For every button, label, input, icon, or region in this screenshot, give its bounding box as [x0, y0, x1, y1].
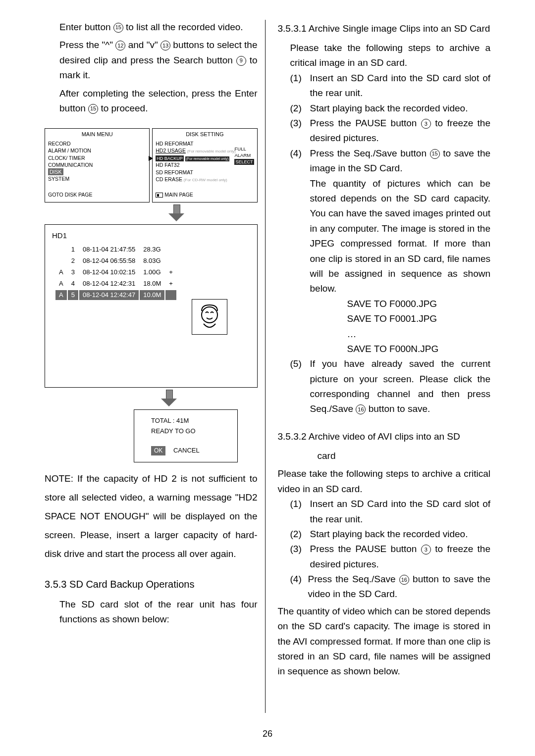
button-13-icon: 13: [160, 41, 170, 50]
text: to proceed.: [101, 103, 148, 113]
button-15-icon: 15: [88, 104, 98, 114]
step-text: Press the PAUSE button 3 to freeze the d…: [310, 542, 491, 572]
tail-para: The quantity of video which can be store…: [278, 604, 491, 679]
step-2: (2) Start playing back the recorded vide…: [290, 101, 491, 116]
ready-label: READY TO GO: [151, 426, 230, 437]
menu-title: MAIN MENU: [48, 131, 146, 138]
step2-3: (3) Press the PAUSE button 3 to freeze t…: [290, 542, 491, 572]
menu-item: CD ERASE (For CD-RW model only): [156, 176, 254, 183]
menu-item: CLOCK/ TIMER: [48, 154, 146, 161]
page: Enter button 15 to list all the recorded…: [0, 0, 535, 713]
para-enter: Enter button 15 to list all the recorded…: [59, 20, 258, 35]
menu-row: MAIN MENU RECORD ALARM / MOTION CLOCK/ T…: [45, 128, 258, 202]
cancel-button[interactable]: CANCEL: [173, 447, 200, 454]
ok-cancel-row: OK CANCEL: [151, 446, 230, 456]
heading-3532-a: 3.5.3.2 Archive video of AVI clips into …: [278, 428, 491, 446]
button-3-icon: 3: [421, 119, 431, 129]
step-text: Press the Seq./Save button 15 to save th…: [310, 146, 491, 176]
text: Press the "^": [59, 40, 115, 50]
svg-point-0: [202, 307, 217, 323]
step2-2: (2) Start playing back the recorded vide…: [290, 527, 491, 542]
thumbnail-image: [192, 299, 227, 335]
disk-setting-box: DISK SETTING HD REFORMAT HD2 USAGE (For …: [152, 128, 257, 202]
intro-3532: Please take the following steps to archi…: [278, 466, 491, 497]
text: (For removable model only): [185, 156, 230, 161]
goto-disk: GOTO DISK PAGE: [48, 191, 92, 198]
save-line: SAVE TO F000N.JPG: [347, 342, 491, 356]
step-5: (5) If you have already saved the curren…: [290, 356, 491, 417]
text: ALARM: [234, 152, 254, 159]
table-row: A308-12-04 10:02:151.00G+: [55, 267, 176, 278]
step-num: (2): [290, 527, 310, 542]
text: SELECT: [234, 159, 254, 165]
step-4: (4) Press the Seq./Save button 15 to sav…: [290, 146, 491, 176]
step-text: Press the Seq./Save 16 button to save th…: [308, 572, 491, 602]
hd1-title: HD1: [52, 230, 250, 242]
main-page-icon: [156, 193, 163, 198]
text: Press the PAUSE button: [310, 118, 421, 128]
button-9-icon: 9: [236, 56, 246, 66]
main-page-link: MAIN PAGE: [156, 191, 193, 198]
text: HD BACKUP: [156, 155, 184, 161]
step-4-cont: The quantity of pictures which can be st…: [310, 176, 491, 297]
menu-title: DISK SETTING: [156, 131, 254, 138]
step2-4: (4) Press the Seq./Save 16 button to sav…: [290, 572, 491, 602]
total-label: TOTAL : 41M: [151, 416, 230, 426]
arrow-down-icon: [168, 204, 184, 222]
text: Press the Seq./Save button: [310, 148, 430, 158]
page-number: 26: [0, 727, 535, 741]
save-line: SAVE TO F0000.JPG: [347, 297, 491, 311]
text: FULL: [234, 146, 254, 152]
step2-1: (1) Insert an SD Card into the SD card s…: [290, 497, 491, 527]
button-15-icon: 15: [113, 23, 123, 33]
table-row-selected: A508-12-04 12:42:4710.0M: [55, 290, 176, 301]
step-num: (4): [290, 572, 308, 602]
text: (For CD-RW model only): [184, 178, 227, 182]
hd-table: 108-11-04 21:47:5528.3G 208-12-04 06:55:…: [54, 244, 177, 301]
step-text: Start playing back the recorded video.: [310, 527, 491, 542]
para-353: The SD card slot of the rear unit has fo…: [59, 597, 258, 627]
arrow-down-icon: [161, 390, 177, 407]
heading-353: 3.5.3 SD Card Backup Operations: [45, 576, 258, 592]
button-16-icon: 16: [356, 404, 366, 414]
menu-item: SD REFORMAT: [156, 169, 254, 176]
step-num: (2): [290, 101, 310, 116]
text: button to save.: [369, 403, 430, 414]
text: Press the PAUSE button: [310, 544, 421, 554]
step-text: Start playing back the recorded video.: [310, 101, 491, 116]
intro-3531: Please take the following steps to archi…: [290, 41, 491, 71]
face-icon: [195, 302, 224, 332]
menu-item: ALARM / MOTION: [48, 147, 146, 154]
menu-item: RECORD: [48, 140, 146, 147]
table-row: A408-12-04 12:42:3118.0M+: [55, 279, 176, 289]
save-line: SAVE TO F0001.JPG: [347, 311, 491, 326]
step-text: Insert an SD Card into the SD card slot …: [310, 71, 491, 101]
right-options: FULL ALARM SELECT: [234, 146, 254, 165]
note-text: NOTE: If the capacity of HD 2 is not suf…: [45, 469, 258, 563]
step-3: (3) Press the PAUSE button 3 to freeze t…: [290, 116, 491, 146]
heading-3531: 3.5.3.1 Archive Single image Clips into …: [278, 20, 491, 38]
button-16-icon: 16: [399, 575, 409, 585]
text: CD ERASE: [156, 176, 182, 182]
step-text: Insert an SD Card into the SD card slot …: [310, 497, 491, 527]
text: to list all the recorded video.: [126, 22, 243, 32]
main-menu-box: MAIN MENU RECORD ALARM / MOTION CLOCK/ T…: [45, 128, 150, 202]
text: Press the Seq./Save: [308, 574, 399, 584]
text: DISK: [48, 168, 63, 175]
text: Enter button: [59, 22, 113, 32]
menu-item: COMMUNICATION: [48, 161, 146, 168]
left-column: Enter button 15 to list all the recorded…: [45, 20, 266, 713]
step-num: (5): [290, 356, 310, 417]
button-3-icon: 3: [421, 545, 431, 554]
step-text: Press the PAUSE button 3 to freeze the d…: [310, 116, 491, 146]
ready-box: TOTAL : 41M READY TO GO OK CANCEL: [134, 409, 238, 462]
table-row: 108-11-04 21:47:5528.3G: [55, 245, 176, 255]
menu-item: SYSTEM: [48, 175, 146, 182]
text: and "v": [128, 40, 160, 50]
step-num: (3): [290, 116, 310, 146]
text: HD2 USAGE: [156, 148, 186, 153]
text: (For removable model only): [187, 149, 236, 153]
button-12-icon: 12: [115, 41, 125, 50]
save-line: …: [347, 327, 491, 342]
ok-button[interactable]: OK: [151, 446, 165, 455]
